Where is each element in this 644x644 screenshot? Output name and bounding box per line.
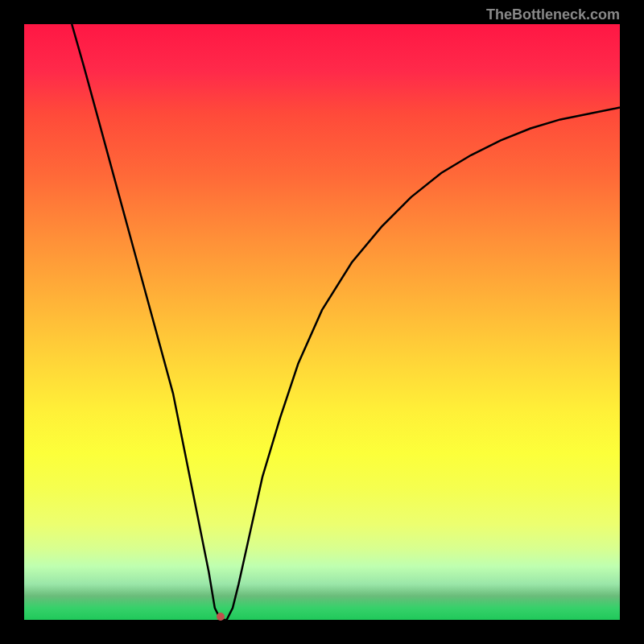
minimum-marker — [217, 613, 225, 621]
plot-area — [24, 24, 620, 620]
bottleneck-curve — [24, 24, 620, 620]
chart-container: TheBottleneck.com — [0, 0, 644, 644]
watermark-text: TheBottleneck.com — [486, 6, 620, 23]
